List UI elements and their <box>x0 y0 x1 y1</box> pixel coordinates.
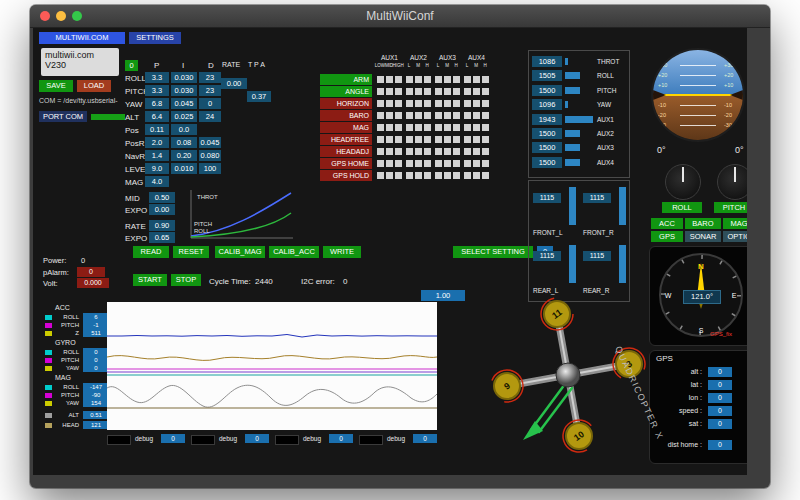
aux-checkbox[interactable] <box>386 76 393 83</box>
aux-checkbox[interactable] <box>395 160 402 167</box>
aux-checkbox[interactable] <box>406 172 413 179</box>
aux-checkbox[interactable] <box>464 100 471 107</box>
tpa-value[interactable]: 0.37 <box>247 91 271 102</box>
port-com-button[interactable]: PORT COM <box>39 111 87 122</box>
aux-checkbox[interactable] <box>406 160 413 167</box>
aux-checkbox[interactable] <box>473 136 480 143</box>
pid-p-value[interactable]: 3.3 <box>145 72 169 83</box>
aux-checkbox[interactable] <box>473 88 480 95</box>
aux-checkbox[interactable] <box>395 100 402 107</box>
aux-checkbox[interactable] <box>377 172 384 179</box>
pid-i-value[interactable]: 0.025 <box>171 111 197 122</box>
sensor-acc-button[interactable]: ACC <box>651 218 683 229</box>
rate-value[interactable]: 0.00 <box>221 78 247 89</box>
aux-checkbox[interactable] <box>415 136 422 143</box>
aux-checkbox[interactable] <box>395 148 402 155</box>
aux-checkbox[interactable] <box>424 112 431 119</box>
aux-checkbox[interactable] <box>464 76 471 83</box>
pid-i-value[interactable]: 0.045 <box>171 98 197 109</box>
close-button[interactable] <box>40 11 50 21</box>
aux-checkbox[interactable] <box>444 100 451 107</box>
aux-checkbox[interactable] <box>435 136 442 143</box>
aux-checkbox[interactable] <box>395 124 402 131</box>
aux-checkbox[interactable] <box>435 88 442 95</box>
aux-checkbox[interactable] <box>473 148 480 155</box>
aux-checkbox[interactable] <box>406 124 413 131</box>
aux-checkbox[interactable] <box>464 124 471 131</box>
save-button[interactable]: SAVE <box>39 80 73 92</box>
aux-checkbox[interactable] <box>386 88 393 95</box>
aux-checkbox[interactable] <box>377 124 384 131</box>
reset-button[interactable]: RESET <box>173 246 209 258</box>
pid-i-value[interactable]: 0.20 <box>171 150 197 161</box>
pid-p-value[interactable]: 3.3 <box>145 85 169 96</box>
mid-value[interactable]: 0.50 <box>149 192 175 203</box>
pid-p-value[interactable]: 4.0 <box>145 176 169 187</box>
aux-checkbox[interactable] <box>435 112 442 119</box>
aux-checkbox[interactable] <box>395 172 402 179</box>
aux-checkbox[interactable] <box>464 112 471 119</box>
pid-d-value[interactable]: 100 <box>199 163 221 174</box>
aux-checkbox[interactable] <box>473 124 480 131</box>
aux-checkbox[interactable] <box>424 76 431 83</box>
pid-d-value[interactable]: 24 <box>199 111 221 122</box>
sensor-baro-button[interactable]: BARO <box>685 218 721 229</box>
pid-p-value[interactable]: 9.0 <box>145 163 169 174</box>
aux-checkbox[interactable] <box>386 112 393 119</box>
aux-checkbox[interactable] <box>377 160 384 167</box>
aux-checkbox[interactable] <box>453 172 460 179</box>
titlebar[interactable]: MultiWiiConf <box>30 5 770 28</box>
pid-i-value[interactable]: 0.0 <box>171 124 197 135</box>
aux-checkbox[interactable] <box>482 124 489 131</box>
rate2-value[interactable]: 0.90 <box>149 220 175 231</box>
aux-checkbox[interactable] <box>424 100 431 107</box>
tab-multiwii-com[interactable]: MULTIWII.COM <box>39 32 125 44</box>
aux-checkbox[interactable] <box>482 136 489 143</box>
aux-checkbox[interactable] <box>482 100 489 107</box>
pid-p-value[interactable]: 6.4 <box>145 111 169 122</box>
write-button[interactable]: WRITE <box>323 246 361 258</box>
aux-checkbox[interactable] <box>415 124 422 131</box>
aux-checkbox[interactable] <box>473 172 480 179</box>
aux-checkbox[interactable] <box>453 124 460 131</box>
pid-d-value[interactable]: 23 <box>199 85 221 96</box>
graph-scale-value[interactable]: 1.00 <box>421 290 465 301</box>
aux-checkbox[interactable] <box>377 76 384 83</box>
pid-d-value[interactable]: 0 <box>199 98 221 109</box>
zoom-button[interactable] <box>72 11 82 21</box>
pid-d-value[interactable]: 0.080 <box>199 150 221 161</box>
aux-checkbox[interactable] <box>453 100 460 107</box>
aux-checkbox[interactable] <box>435 172 442 179</box>
aux-checkbox[interactable] <box>473 160 480 167</box>
aux-checkbox[interactable] <box>444 172 451 179</box>
aux-checkbox[interactable] <box>444 136 451 143</box>
aux-checkbox[interactable] <box>386 124 393 131</box>
aux-checkbox[interactable] <box>377 100 384 107</box>
aux-checkbox[interactable] <box>395 136 402 143</box>
sensor-sonar-button[interactable]: SONAR <box>685 231 721 242</box>
calib-acc-button[interactable]: CALIB_ACC <box>269 246 319 258</box>
aux-checkbox[interactable] <box>386 172 393 179</box>
pid-p-value[interactable]: 1.4 <box>145 150 169 161</box>
aux-checkbox[interactable] <box>453 112 460 119</box>
aux-checkbox[interactable] <box>444 88 451 95</box>
aux-checkbox[interactable] <box>464 88 471 95</box>
aux-checkbox[interactable] <box>415 148 422 155</box>
aux-checkbox[interactable] <box>377 148 384 155</box>
aux-checkbox[interactable] <box>464 148 471 155</box>
expo-value[interactable]: 0.00 <box>149 204 175 215</box>
aux-checkbox[interactable] <box>424 160 431 167</box>
select-setting-button[interactable]: SELECT SETTING <box>453 246 533 258</box>
aux-checkbox[interactable] <box>406 88 413 95</box>
aux-checkbox[interactable] <box>435 100 442 107</box>
aux-checkbox[interactable] <box>464 172 471 179</box>
aux-checkbox[interactable] <box>482 160 489 167</box>
aux-checkbox[interactable] <box>453 136 460 143</box>
sensor-mag-button[interactable]: MAG <box>723 218 747 229</box>
aux-checkbox[interactable] <box>444 76 451 83</box>
read-button[interactable]: READ <box>133 246 169 258</box>
aux-checkbox[interactable] <box>415 160 422 167</box>
aux-checkbox[interactable] <box>473 100 480 107</box>
aux-checkbox[interactable] <box>415 76 422 83</box>
aux-checkbox[interactable] <box>464 160 471 167</box>
